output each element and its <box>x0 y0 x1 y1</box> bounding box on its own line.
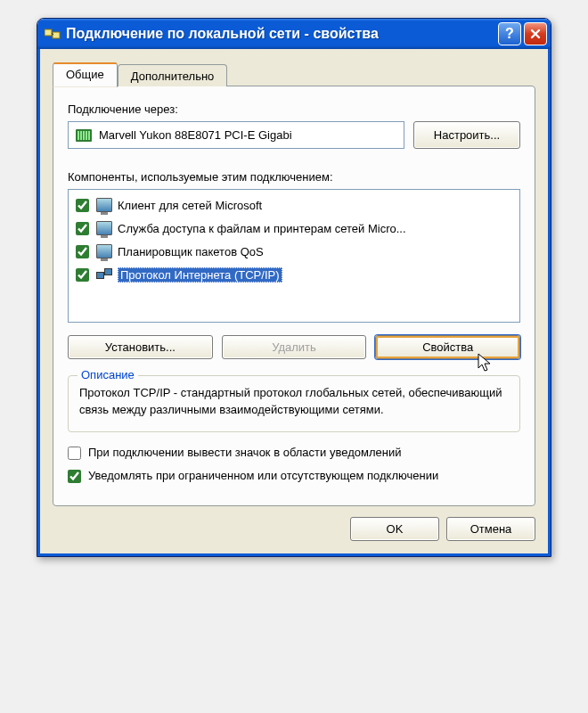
description-text: Протокол TCP/IP - стандартный протокол г… <box>79 385 509 419</box>
titlebar-buttons: ? <box>498 22 547 45</box>
ok-button[interactable]: OK <box>350 517 439 541</box>
description-group: Описание Протокол TCP/IP - стандартный п… <box>68 375 520 432</box>
list-item[interactable]: Клиент для сетей Microsoft <box>69 193 519 217</box>
list-item[interactable]: Служба доступа к файлам и принтерам сете… <box>69 217 519 240</box>
component-checkbox[interactable] <box>76 268 89 282</box>
properties-button[interactable]: Свойства <box>375 335 520 359</box>
protocol-icon <box>96 266 112 283</box>
dialog-buttons: OK Отмена <box>53 506 535 541</box>
tab-panel-general: Подключение через: Marvell Yukon 88E8071… <box>53 86 535 506</box>
component-checkbox[interactable] <box>76 245 89 258</box>
help-button[interactable]: ? <box>498 22 521 45</box>
list-item[interactable]: Протокол Интернета (TCP/IP) <box>69 263 519 286</box>
components-label: Компоненты, используемые этим подключени… <box>68 170 520 184</box>
notify-limited-row[interactable]: Уведомлять при ограниченном или отсутств… <box>68 468 520 484</box>
close-button[interactable] <box>524 22 547 45</box>
cancel-button[interactable]: Отмена <box>446 517 535 541</box>
list-item[interactable]: Планировщик пакетов QoS <box>69 240 519 263</box>
show-icon-label: При подключении вывести значок в области… <box>88 445 401 461</box>
notify-limited-checkbox[interactable] <box>68 470 81 483</box>
connect-using-label: Подключение через: <box>68 102 520 116</box>
svg-rect-1 <box>53 32 60 38</box>
adapter-field[interactable]: Marvell Yukon 88E8071 PCI-E Gigabi <box>68 121 404 149</box>
components-list[interactable]: Клиент для сетей Microsoft Служба доступ… <box>68 189 520 323</box>
tab-advanced[interactable]: Дополнительно <box>118 64 228 86</box>
tabs-bar: Общие Дополнительно <box>53 61 535 86</box>
component-label: Клиент для сетей Microsoft <box>118 199 262 212</box>
connection-icon <box>45 26 61 42</box>
component-checkbox[interactable] <box>76 222 89 235</box>
dialog-body: Общие Дополнительно Подключение через: M… <box>37 49 551 556</box>
component-checkbox[interactable] <box>76 199 89 212</box>
properties-dialog: Подключение по локальной сети - свойства… <box>37 18 551 557</box>
qos-icon <box>96 243 112 259</box>
client-icon <box>96 197 112 213</box>
configure-button[interactable]: Настроить... <box>413 121 520 149</box>
description-title: Описание <box>78 368 138 381</box>
tab-general[interactable]: Общие <box>53 62 118 87</box>
window-title: Подключение по локальной сети - свойства <box>66 26 498 42</box>
component-label: Протокол Интернета (TCP/IP) <box>118 267 282 283</box>
nic-icon <box>76 129 92 142</box>
install-button[interactable]: Установить... <box>68 335 213 359</box>
adapter-name: Marvell Yukon 88E8071 PCI-E Gigabi <box>99 128 292 142</box>
titlebar[interactable]: Подключение по локальной сети - свойства… <box>37 19 551 49</box>
component-label: Планировщик пакетов QoS <box>118 245 264 258</box>
notify-limited-label: Уведомлять при ограниченном или отсутств… <box>88 468 438 484</box>
show-icon-row[interactable]: При подключении вывести значок в области… <box>68 445 520 461</box>
show-icon-checkbox[interactable] <box>68 447 81 460</box>
remove-button: Удалить <box>222 335 367 359</box>
svg-rect-0 <box>45 29 52 36</box>
service-icon <box>96 220 112 236</box>
component-label: Служба доступа к файлам и принтерам сете… <box>118 222 406 235</box>
